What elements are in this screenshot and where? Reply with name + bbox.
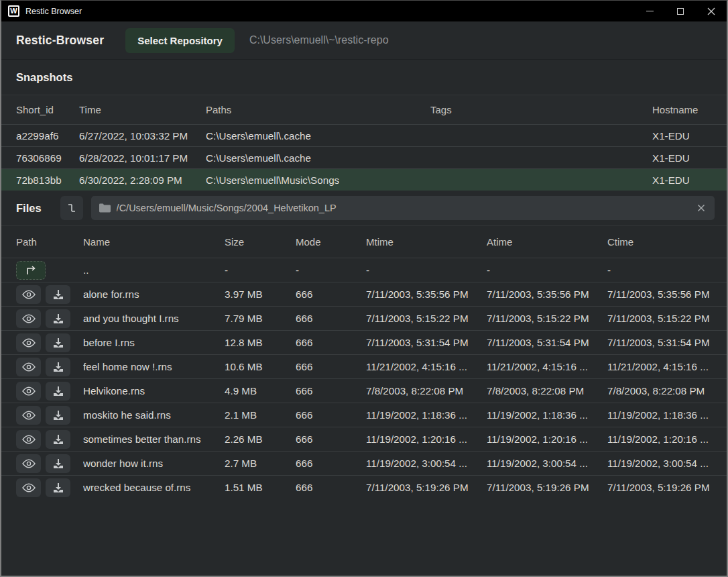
app-header: Restic-Browser Select Repository C:\User… — [1, 21, 727, 60]
column-size: Size — [225, 236, 296, 248]
file-mode: 666 — [296, 361, 366, 372]
wails-logo-icon: W — [8, 5, 19, 17]
maximize-button[interactable] — [665, 1, 696, 21]
eye-icon — [22, 314, 36, 323]
file-ctime: 11/21/2002, 4:15:16 ... — [607, 361, 727, 372]
file-row[interactable]: moskito he said.rns 2.1 MB 666 11/19/200… — [1, 403, 727, 427]
download-icon — [53, 434, 64, 445]
eye-icon — [22, 338, 36, 348]
file-row[interactable]: before I.rns 12.8 MB 666 7/11/2003, 5:31… — [1, 330, 727, 354]
file-row[interactable]: sometimes better than.rns 2.26 MB 666 11… — [1, 427, 727, 451]
file-size: 4.9 MB — [225, 385, 296, 397]
download-icon — [53, 458, 64, 469]
path-root-button[interactable] — [60, 196, 83, 220]
column-hostname: Hostname — [652, 104, 727, 115]
file-ctime: 7/11/2003, 5:15:22 PM — [607, 313, 727, 324]
download-file-button[interactable] — [46, 430, 70, 449]
file-name: alone for.rns — [83, 288, 225, 300]
file-ctime: 7/11/2003, 5:31:54 PM — [607, 337, 727, 348]
file-size: 2.1 MB — [225, 409, 296, 421]
file-row[interactable]: Helvikone.rns 4.9 MB 666 7/8/2003, 8:22:… — [1, 378, 727, 403]
file-size: 2.26 MB — [225, 433, 296, 445]
eye-icon — [22, 386, 36, 396]
file-mtime: 11/19/2002, 3:00:54 ... — [366, 458, 487, 469]
preview-file-button[interactable] — [16, 454, 41, 473]
parent-directory-row[interactable]: .. - - - - - — [1, 258, 727, 282]
column-ctime: Ctime — [607, 236, 727, 248]
file-row[interactable]: wrecked because of.rns 1.51 MB 666 7/11/… — [1, 475, 727, 499]
preview-file-button[interactable] — [16, 333, 41, 352]
minimize-icon — [646, 11, 654, 11]
download-file-button[interactable] — [46, 333, 70, 352]
eye-icon — [22, 483, 36, 492]
preview-file-button[interactable] — [16, 382, 41, 401]
file-mtime: - — [366, 264, 487, 276]
snapshots-heading: Snapshots — [1, 60, 727, 95]
download-file-button[interactable] — [46, 285, 70, 304]
file-name: wrecked because of.rns — [83, 482, 225, 493]
download-icon — [53, 337, 64, 348]
file-mode: 666 — [296, 288, 366, 300]
file-atime: 7/11/2003, 5:35:56 PM — [487, 288, 607, 300]
snapshot-short-id: 72b813bb — [16, 174, 79, 186]
file-name: .. — [83, 264, 225, 276]
column-paths: Paths — [206, 104, 430, 115]
files-path-input[interactable]: /C/Users/emuell/Music/Songs/2004_Helveti… — [91, 196, 715, 220]
download-file-button[interactable] — [46, 406, 70, 425]
snapshot-row-selected[interactable]: 72b813bb 6/30/2022, 2:28:09 PM C:\Users\… — [1, 168, 727, 191]
minimize-button[interactable] — [634, 1, 665, 21]
snapshot-paths: C:\Users\emuell\.cache — [206, 152, 430, 164]
snapshot-row[interactable]: a2299af6 6/27/2022, 10:03:32 PM C:\Users… — [1, 124, 727, 146]
snapshot-hostname: X1-EDU — [652, 174, 727, 186]
preview-file-button[interactable] — [16, 478, 41, 497]
close-button[interactable] — [696, 1, 727, 21]
preview-file-button[interactable] — [16, 285, 41, 304]
file-size: 12.8 MB — [225, 337, 296, 348]
preview-file-button[interactable] — [16, 406, 41, 425]
folder-icon — [99, 203, 111, 213]
snapshot-hostname: X1-EDU — [652, 152, 727, 164]
file-atime: 7/11/2003, 5:19:26 PM — [487, 482, 607, 493]
preview-file-button[interactable] — [16, 309, 41, 328]
download-icon — [53, 386, 64, 397]
download-file-button[interactable] — [46, 309, 70, 328]
file-mtime: 7/11/2003, 5:19:26 PM — [366, 482, 487, 493]
file-ctime: 11/19/2002, 3:00:54 ... — [607, 458, 727, 469]
window-title: Restic Browser — [25, 7, 82, 16]
file-name: before I.rns — [83, 337, 225, 348]
file-row[interactable]: and you thought I.rns 7.79 MB 666 7/11/2… — [1, 306, 727, 330]
go-to-parent-button[interactable] — [16, 261, 46, 280]
snapshots-table-header: Short_id Time Paths Tags Hostname — [1, 95, 727, 124]
file-mtime: 11/21/2002, 4:15:16 ... — [366, 361, 487, 372]
column-path: Path — [16, 236, 83, 248]
file-ctime: 11/19/2002, 1:20:16 ... — [607, 433, 727, 445]
file-ctime: 7/11/2003, 5:19:26 PM — [607, 482, 727, 493]
download-icon — [53, 362, 64, 372]
close-icon — [707, 7, 715, 15]
file-row[interactable]: alone for.rns 3.97 MB 666 7/11/2003, 5:3… — [1, 282, 727, 306]
file-row[interactable]: feel home now !.rns 10.6 MB 666 11/21/20… — [1, 354, 727, 378]
file-mode: 666 — [296, 337, 366, 348]
column-time: Time — [79, 104, 206, 115]
app-name: Restic-Browser — [16, 34, 104, 48]
download-file-button[interactable] — [46, 478, 70, 497]
select-repository-button[interactable]: Select Repository — [125, 28, 235, 53]
column-tags: Tags — [430, 104, 652, 115]
download-file-button[interactable] — [46, 454, 70, 473]
download-icon — [53, 482, 64, 493]
file-size: 3.97 MB — [225, 288, 296, 300]
download-icon — [53, 410, 64, 421]
column-mtime: Mtime — [366, 236, 487, 248]
clear-path-button[interactable] — [696, 203, 707, 213]
preview-file-button[interactable] — [16, 358, 41, 376]
file-atime: 7/11/2003, 5:15:22 PM — [487, 313, 607, 324]
file-mtime: 7/11/2003, 5:15:22 PM — [366, 313, 487, 324]
file-atime: 7/11/2003, 5:31:54 PM — [487, 337, 607, 348]
preview-file-button[interactable] — [16, 430, 41, 449]
file-row[interactable]: wonder how it.rns 2.7 MB 666 11/19/2002,… — [1, 451, 727, 475]
snapshot-row[interactable]: 76306869 6/28/2022, 10:01:17 PM C:\Users… — [1, 146, 727, 168]
download-file-button[interactable] — [46, 382, 70, 401]
eye-icon — [22, 435, 36, 444]
file-ctime: 11/19/2002, 1:18:36 ... — [607, 409, 727, 421]
download-file-button[interactable] — [46, 358, 70, 376]
